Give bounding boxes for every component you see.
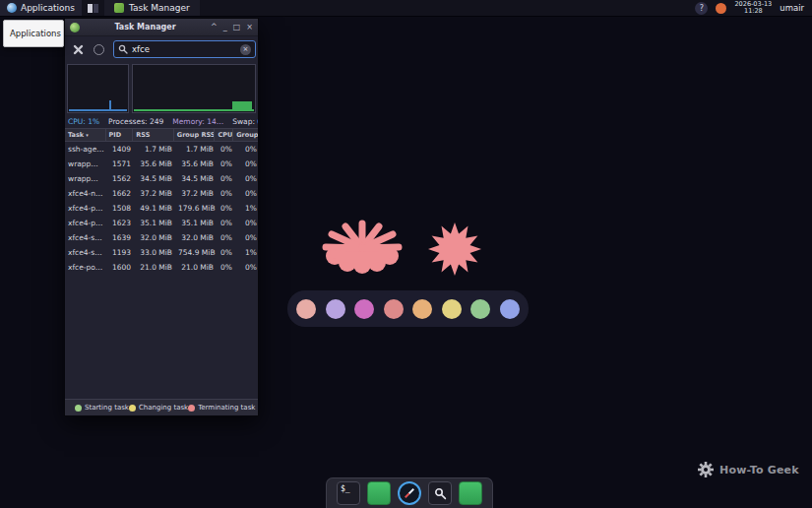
cell-rss: 37.2 MiB — [134, 189, 175, 198]
applications-menu-button[interactable]: Applications — [0, 0, 82, 16]
cpu-graph-spike — [109, 100, 111, 111]
column-header-rss[interactable]: RSS — [133, 129, 174, 141]
desktop: Applications Task Manager ? 2026-03-13 1… — [0, 0, 812, 508]
run-task-icon[interactable] — [72, 43, 85, 56]
color-dot — [412, 299, 432, 319]
user-menu[interactable]: umair — [780, 3, 804, 13]
close-button[interactable]: × — [246, 23, 253, 32]
titlebar[interactable]: Task Manager ^ _ □ × — [65, 19, 258, 36]
cell-rss: 35.1 MiB — [134, 219, 175, 227]
cell-cpu: 0% — [217, 145, 235, 154]
memory-status: Memory: 14… — [172, 117, 223, 126]
cell-rss: 49.1 MiB — [134, 204, 175, 213]
cpu-graph-line — [69, 109, 127, 111]
branding-logo: How-To Geek — [697, 461, 799, 478]
cell-pid: 1193 — [106, 248, 134, 257]
applications-tooltip[interactable]: Applications — [3, 20, 64, 47]
cell-rss: 35.6 MiB — [134, 159, 175, 168]
cell-group-rss: 32.0 MiB — [175, 233, 217, 242]
column-header-task[interactable]: Task ▾ — [65, 129, 106, 141]
cell-pid: 1600 — [106, 263, 134, 272]
clear-search-icon[interactable]: × — [240, 44, 251, 55]
table-row[interactable]: xfce4-s…163932.0 MiB32.0 MiB0%0% — [65, 230, 258, 245]
cell-task: ssh-age… — [65, 145, 106, 154]
task-manager-window-icon — [70, 23, 80, 32]
search-dock-icon[interactable] — [428, 481, 452, 505]
column-header-group-rss[interactable]: Group RSS — [174, 129, 216, 141]
toolbar: × — [65, 36, 258, 62]
applications-menu-label: Applications — [21, 3, 75, 13]
notification-tray-icon[interactable] — [716, 3, 726, 14]
cell-pid: 1662 — [106, 189, 134, 198]
clock[interactable]: 2026-03-13 11:28 — [734, 1, 772, 16]
cell-pid: 1508 — [106, 204, 134, 213]
search-input[interactable] — [132, 44, 236, 54]
monitor-icon[interactable] — [94, 44, 104, 55]
legend-dot-icon — [75, 405, 82, 412]
help-tray-icon[interactable]: ? — [695, 2, 708, 15]
flower-shape — [321, 219, 404, 278]
table-row[interactable]: xfce4-s…119333.0 MiB754.9 MiB0%1% — [65, 245, 258, 260]
swap-status: Swap: 0% (… — [232, 117, 258, 126]
color-dot — [296, 299, 316, 319]
cell-cpu: 0% — [217, 263, 235, 272]
cell-task: wrapp… — [65, 159, 106, 168]
cell-cpu: 0% — [217, 248, 235, 257]
table-row[interactable]: ssh-age…14091.7 MiB1.7 MiB0%0% — [65, 142, 258, 157]
cell-group-rss: 35.6 MiB — [175, 159, 217, 168]
cell-task: xfce4-n… — [65, 189, 106, 198]
apps-dock-icon[interactable] — [459, 481, 482, 505]
legend-item: Terminating task — [188, 404, 255, 412]
color-dot — [354, 299, 374, 319]
cell-group-cpu: 1% — [235, 204, 260, 213]
table-row[interactable]: xfce4-p…162335.1 MiB35.1 MiB0%0% — [65, 216, 258, 230]
cell-cpu: 0% — [217, 204, 235, 213]
shade-button[interactable]: ^ — [211, 23, 218, 32]
table-row[interactable]: xfce-po…160021.0 MiB21.0 MiB0%0% — [65, 260, 258, 275]
cell-group-rss: 754.9 MiB — [175, 248, 217, 257]
cpu-status: CPU: 1% — [68, 117, 99, 126]
terminal-dock-icon[interactable]: $_ — [337, 481, 360, 505]
color-dot — [326, 299, 345, 319]
process-table-body: ssh-age…14091.7 MiB1.7 MiB0%0%wrapp…1571… — [65, 142, 258, 275]
cell-rss: 21.0 MiB — [134, 263, 175, 272]
maximize-button[interactable]: □ — [233, 23, 241, 32]
browser-dock-icon[interactable] — [398, 481, 421, 505]
column-header-pid[interactable]: PID — [106, 129, 134, 141]
legend-dot-icon — [188, 405, 195, 412]
cell-rss: 34.5 MiB — [134, 174, 175, 183]
workspace-pager[interactable] — [88, 4, 98, 13]
cell-group-cpu: 0% — [235, 233, 260, 242]
cell-cpu: 0% — [217, 219, 235, 227]
top-panel: Applications Task Manager ? 2026-03-13 1… — [0, 0, 812, 17]
legend-bar: Starting taskChanging taskTerminating ta… — [65, 399, 258, 415]
cell-rss: 1.7 MiB — [134, 145, 175, 154]
file-manager-dock-icon[interactable] — [367, 481, 391, 505]
cell-group-rss: 35.1 MiB — [175, 219, 217, 227]
cell-pid: 1562 — [106, 174, 134, 183]
taskbar-item-task-manager[interactable]: Task Manager — [104, 0, 200, 16]
cell-task: xfce4-p… — [65, 204, 106, 213]
table-row[interactable]: xfce4-n…166237.2 MiB37.2 MiB0%0% — [65, 186, 258, 201]
table-row[interactable]: wrapp…156234.5 MiB34.5 MiB0%0% — [65, 171, 258, 186]
status-line: CPU: 1% Processes: 249 Memory: 14… Swap:… — [65, 115, 258, 128]
username-label: umair — [780, 3, 804, 13]
processes-status: Processes: 249 — [108, 117, 163, 126]
table-row[interactable]: wrapp…157135.6 MiB35.6 MiB0%0% — [65, 157, 258, 171]
cell-task: xfce-po… — [65, 263, 106, 272]
column-header-group-cpu[interactable]: Group CPU — [233, 129, 258, 141]
color-dots-bar — [287, 290, 529, 327]
cell-pid: 1639 — [106, 233, 134, 242]
cell-group-rss: 1.7 MiB — [175, 145, 217, 154]
cell-group-cpu: 1% — [235, 248, 260, 257]
branding-text: How-To Geek — [719, 464, 799, 476]
minimize-button[interactable]: _ — [223, 23, 227, 32]
cell-pid: 1623 — [106, 219, 134, 227]
window-buttons: ^ _ □ × — [211, 23, 253, 32]
clock-time: 11:28 — [734, 8, 772, 16]
sort-arrow-icon: ▾ — [86, 132, 89, 138]
column-header-cpu[interactable]: CPU — [215, 129, 233, 141]
graphs-area — [65, 62, 258, 115]
table-row[interactable]: xfce4-p…150849.1 MiB179.6 MiB0%1% — [65, 201, 258, 216]
search-icon — [118, 44, 128, 54]
